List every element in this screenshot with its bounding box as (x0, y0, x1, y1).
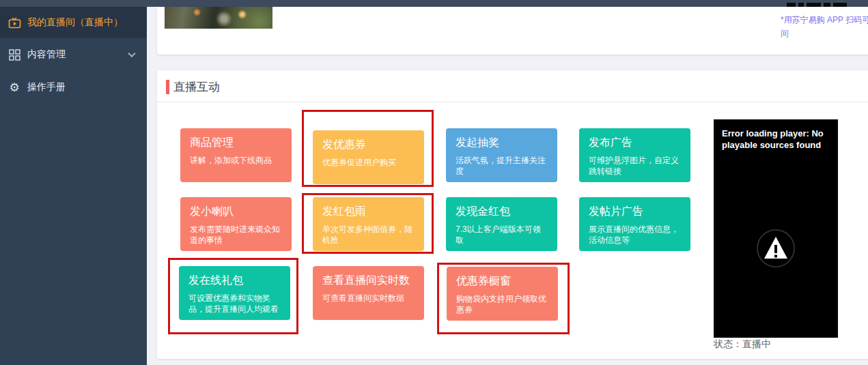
card-desc: 展示直播间的优惠信息，活动信息等 (589, 224, 681, 246)
card-title: 发小喇叭 (190, 205, 282, 219)
card-title: 发现金红包 (456, 205, 548, 219)
grid-icon (7, 48, 22, 61)
section-title: 直播互动 (173, 79, 220, 95)
chevron-down-icon (128, 50, 135, 57)
card-desc: 单次可发多种面值券，随机抢 (322, 224, 415, 246)
card-desc: 发布需要随时进来观众知道的事情 (190, 224, 282, 246)
card-title: 发红包雨 (322, 205, 415, 219)
card-desc: 讲解，添加或下线商品 (190, 155, 282, 166)
sidebar-item-content-management[interactable]: 内容管理 (0, 38, 147, 71)
card-desc: 7.3以上客户端版本可领取 (456, 224, 548, 246)
live-thumbnail-image (165, 7, 272, 29)
card-title: 发布广告 (589, 136, 681, 150)
card-coupon-showcase[interactable]: 优惠券橱窗 购物袋内支持用户领取优惠券 (447, 267, 558, 321)
card-title: 发起抽奖 (456, 136, 548, 150)
sidebar-item-label: 内容管理 (27, 48, 66, 61)
player-error-message: Error loading player: No playable source… (722, 128, 830, 151)
card-desc: 可维护悬浮图片，自定义跳转链接 (589, 155, 681, 177)
card-publish-ad[interactable]: 发布广告 可维护悬浮图片，自定义跳转链接 (579, 128, 690, 182)
card-start-lottery[interactable]: 发起抽奖 活跃气氛，提升主播关注度 (446, 128, 557, 182)
live-preview-panel: *用苏宁易购 APP 扫码可进入直播 间 (157, 7, 868, 55)
sidebar: 我的直播间（直播中） 内容管理 ⚙ 操作手册 (0, 7, 147, 365)
card-red-packet-rain[interactable]: 发红包雨 单次可发多种面值券，随机抢 (313, 197, 424, 251)
card-title: 优惠券橱窗 (456, 274, 548, 289)
sidebar-item-label: 操作手册 (27, 81, 66, 93)
card-title: 发优惠券 (322, 138, 415, 152)
gear-icon: ⚙ (7, 81, 22, 93)
card-title: 发帖片广告 (589, 205, 681, 219)
card-desc: 活跃气氛，提升主播关注度 (456, 155, 548, 177)
sidebar-item-my-liveroom[interactable]: 我的直播间（直播中） (0, 7, 147, 38)
stream-status-label: 状态：直播中 (714, 338, 771, 351)
qr-scan-note: *用苏宁易购 APP 扫码可进入直播 间 (781, 13, 868, 40)
live-tv-icon (7, 16, 22, 29)
section-header: 直播互动 (157, 70, 868, 102)
card-title: 查看直播间实时数 (322, 274, 415, 288)
top-bar (0, 0, 868, 7)
sidebar-item-manual[interactable]: ⚙ 操作手册 (0, 71, 147, 104)
card-desc: 购物袋内支持用户领取优惠券 (456, 293, 548, 315)
card-title: 商品管理 (190, 136, 282, 150)
card-title: 发在线礼包 (188, 274, 281, 288)
section-accent-bar (166, 80, 169, 94)
card-desc: 优惠券促进用户购买 (322, 157, 415, 168)
warning-icon (756, 229, 796, 271)
qr-scan-note-line1: *用苏宁易购 APP 扫码可进入直播 (781, 13, 868, 27)
card-desc: 可查看直播间实时数据 (322, 293, 415, 304)
video-player[interactable]: Error loading player: No playable source… (714, 119, 838, 338)
card-product-management[interactable]: 商品管理 讲解，添加或下线商品 (180, 128, 292, 182)
qr-scan-note-line2: 间 (781, 27, 868, 40)
card-online-gift-pack[interactable]: 发在线礼包 可设置优惠券和实物奖品，提升直播间人均观看 (179, 266, 290, 320)
sidebar-item-label: 我的直播间（直播中） (27, 16, 123, 29)
card-desc: 可设置优惠券和实物奖品，提升直播间人均观看 (188, 293, 281, 315)
card-poster-ad[interactable]: 发帖片广告 展示直播间的优惠信息，活动信息等 (579, 197, 690, 251)
card-announcement[interactable]: 发小喇叭 发布需要随时进来观众知道的事情 (180, 197, 292, 251)
live-interaction-panel: 直播互动 商品管理 讲解，添加或下线商品 发优惠券 优惠券促进用户购买 发起抽奖… (157, 70, 868, 359)
card-realtime-data[interactable]: 查看直播间实时数 可查看直播间实时数据 (313, 266, 424, 320)
card-cash-red-packet[interactable]: 发现金红包 7.3以上客户端版本可领取 (446, 197, 557, 251)
card-send-coupon[interactable]: 发优惠券 优惠券促进用户购买 (313, 130, 424, 184)
